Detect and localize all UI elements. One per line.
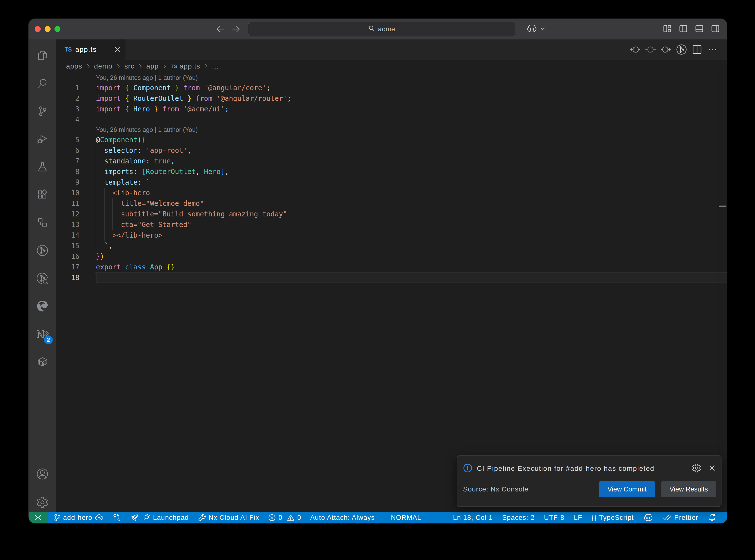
line-number (56, 73, 96, 83)
code-line[interactable]: 3import { Hero } from '@acme/ui'; (56, 104, 727, 114)
notification-close-icon[interactable] (708, 464, 716, 473)
sidebar-item-dev-containers[interactable] (28, 350, 56, 374)
code-text: }) (96, 251, 104, 262)
code-line[interactable]: 6 selector: 'app-root', (56, 145, 727, 156)
sidebar-item-hierarchy[interactable] (28, 211, 56, 234)
cursor-position-status-item[interactable]: Ln 18, Col 1 (453, 512, 493, 523)
notification-toast: CI Pipeline Execution for #add-hero has … (457, 456, 721, 507)
zoom-window-button[interactable] (55, 26, 60, 32)
editor-more-actions-icon[interactable] (707, 45, 718, 55)
sidebar-item-extensions[interactable] (28, 183, 56, 206)
notification-settings-gear-icon[interactable] (692, 463, 701, 474)
line-number: 4 (56, 114, 96, 125)
sidebar-item-nx-project-graph[interactable] (28, 239, 56, 262)
command-center-search[interactable]: acme (248, 22, 515, 36)
typescript-file-icon: TS (171, 63, 177, 69)
sidebar-item-source-control[interactable] (28, 99, 56, 123)
sidebar-item-run-debug[interactable] (28, 127, 56, 151)
indent-guide (96, 145, 96, 251)
code-line[interactable]: 9 template: ` (56, 177, 727, 187)
encoding-status-item[interactable]: UTF-8 (544, 512, 564, 523)
sidebar-item-testing[interactable] (28, 155, 56, 179)
code-line[interactable]: 16}) (56, 251, 727, 262)
minimize-window-button[interactable] (45, 26, 51, 32)
line-number (56, 125, 96, 135)
gitlens-prev-change-icon[interactable] (629, 45, 641, 55)
code-line[interactable]: 15 `, (56, 241, 727, 251)
code-line[interactable]: 13 cta="Get Started" (56, 219, 727, 230)
notifications-bell-item[interactable] (708, 512, 717, 523)
toggle-primary-sidebar-icon[interactable] (679, 24, 688, 34)
tab-label: app.ts (75, 46, 97, 54)
notification-source: Source: Nx Console (463, 485, 599, 493)
blame-annotation-line[interactable]: You, 26 minutes ago | 1 author (You) (56, 125, 727, 135)
branch-name: add-hero (63, 514, 92, 522)
branch-status-item[interactable]: add-hero (54, 512, 103, 523)
code-line[interactable]: 14 ></lib-hero> (56, 230, 727, 241)
code-line[interactable]: 12 subtitle="Build something amazing tod… (56, 209, 727, 219)
code-text: subtitle="Build something amazing today" (96, 209, 287, 219)
blame-annotation-line[interactable]: You, 26 minutes ago | 1 author (You) (56, 73, 727, 83)
nx-cloud-status-item[interactable]: Nx Cloud AI Fix (198, 512, 259, 523)
command-center-text: acme (378, 25, 395, 33)
customize-layout-icon[interactable] (663, 24, 672, 34)
compare-changes-status-item[interactable] (113, 512, 121, 523)
problems-status-item[interactable]: 0 0 (268, 512, 301, 523)
sidebar-item-explorer[interactable] (28, 44, 56, 67)
breadcrumb-item[interactable]: apps (66, 62, 82, 70)
toggle-panel-icon[interactable] (695, 24, 704, 34)
copilot-menu-chevron-icon[interactable] (540, 26, 546, 33)
code-text: imports: [RouterOutlet, Hero], (96, 166, 229, 177)
code-line[interactable]: 2import { RouterOutlet } from '@angular/… (56, 93, 727, 104)
code-line[interactable]: 8 imports: [RouterOutlet, Hero], (56, 166, 727, 177)
sidebar-item-nx-console[interactable]: 2 (28, 322, 56, 346)
settings-gear-icon[interactable] (28, 491, 56, 514)
gitlens-current-change-icon[interactable] (645, 45, 656, 55)
code-line[interactable]: 5@Component({ (56, 135, 727, 145)
vim-mode-status-item[interactable]: -- NORMAL -- (384, 512, 428, 523)
code-text: ></lib-hero> (96, 230, 162, 241)
launchpad-status-item[interactable]: Launchpad (130, 512, 188, 523)
auto-attach-status-item[interactable]: Auto Attach: Always (310, 512, 375, 523)
view-commit-button[interactable]: View Commit (599, 481, 655, 497)
code-text: title="Welcmoe demo" (96, 198, 204, 209)
tab-close-icon[interactable] (114, 46, 121, 53)
copilot-icon[interactable] (526, 24, 537, 35)
breadcrumb-item[interactable]: demo (94, 62, 113, 70)
eol-status-item[interactable]: LF (574, 512, 582, 523)
indent-guide (113, 198, 113, 230)
code-line[interactable]: 11 title="Welcmoe demo" (56, 198, 727, 209)
split-editor-icon[interactable] (691, 44, 703, 55)
overview-ruler-cursor-mark (719, 205, 727, 206)
code-line[interactable]: 10 <lib-hero (56, 187, 727, 198)
nx-project-details-icon[interactable] (676, 44, 687, 56)
navigate-back-icon[interactable] (216, 25, 225, 33)
toggle-secondary-sidebar-icon[interactable] (711, 24, 720, 34)
tab-app-ts[interactable]: TS app.ts (56, 39, 125, 60)
breadcrumb-item[interactable]: app (146, 62, 159, 70)
code-line[interactable]: 7 standalone: true, (56, 156, 727, 166)
breadcrumb-file[interactable]: TS app.ts (171, 62, 200, 70)
account-icon[interactable] (28, 462, 56, 486)
blame-text: You, 26 minutes ago | 1 author (You) (96, 125, 198, 135)
sidebar-item-nx-graph-search[interactable] (28, 266, 56, 290)
indentation-status-item[interactable]: Spaces: 2 (502, 512, 535, 523)
code-line[interactable]: 17export class App {} (56, 262, 727, 272)
copilot-status-item[interactable] (643, 512, 653, 523)
formatter-status-item[interactable]: Prettier (662, 512, 698, 523)
code-line[interactable]: 4 (56, 114, 727, 125)
wrench-icon (198, 514, 206, 522)
code-text: template: ` (96, 177, 150, 187)
view-results-button[interactable]: View Results (661, 481, 716, 497)
navigate-forward-icon[interactable] (232, 25, 241, 33)
gitlens-next-change-icon[interactable] (660, 45, 672, 55)
language-status-item[interactable]: {} TypeScript (592, 512, 634, 523)
breadcrumb-symbol-ellipsis[interactable]: ... (212, 62, 219, 70)
line-number: 7 (56, 156, 96, 166)
close-window-button[interactable] (35, 26, 41, 32)
code-line[interactable]: 1import { Component } from '@angular/cor… (56, 83, 727, 93)
code-editor[interactable]: You, 26 minutes ago | 1 author (You)1imp… (56, 73, 727, 512)
sidebar-item-edge-devtools[interactable] (28, 294, 56, 318)
sidebar-item-search[interactable] (28, 72, 56, 95)
breadcrumb-item[interactable]: src (124, 62, 134, 70)
